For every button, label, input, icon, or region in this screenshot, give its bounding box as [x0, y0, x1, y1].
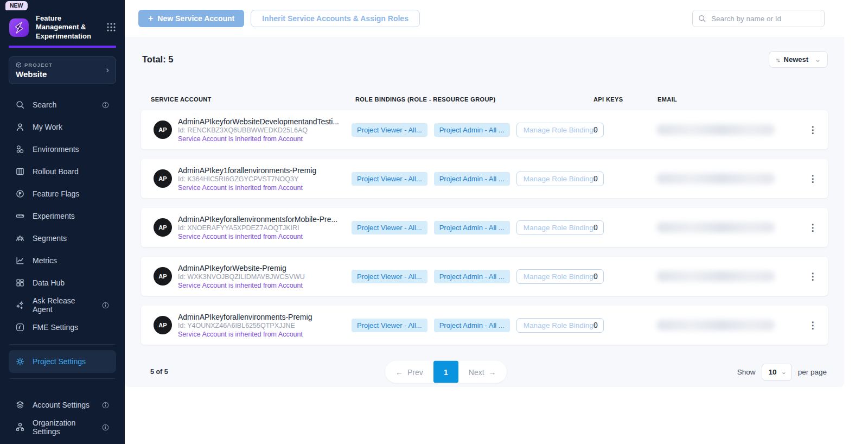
- sidebar-item-project-settings[interactable]: Project Settings: [9, 350, 116, 373]
- sidebar-item-account-settings[interactable]: Account Settings: [9, 394, 116, 416]
- manage-role-bindings-button[interactable]: Manage Role Bindings: [516, 220, 604, 235]
- api-keys-count: 0: [593, 174, 656, 183]
- manage-role-bindings-button[interactable]: Manage Role Bindings: [516, 318, 604, 333]
- table-row: AP AdminAPIkeyforWebsiteDevelopmentandTe…: [141, 110, 828, 149]
- sidebar-item-experiments[interactable]: Experiments: [9, 205, 116, 227]
- next-label: Next: [469, 367, 484, 376]
- manage-role-bindings-button[interactable]: Manage Role Bindings: [516, 172, 604, 186]
- cube-icon: [16, 62, 22, 68]
- next-page-button[interactable]: Next →: [458, 361, 507, 383]
- layers-gear-icon: [15, 400, 25, 410]
- kebab-menu-icon[interactable]: ⋮: [797, 271, 828, 282]
- info-icon[interactable]: [101, 423, 110, 432]
- service-account-id: Id: XNOERAFYYA5XPDEZ7AOQTJKIRI: [178, 224, 337, 232]
- email-redacted: [656, 124, 775, 135]
- kebab-menu-icon[interactable]: ⋮: [797, 173, 828, 185]
- sidebar-item-label: My Work: [33, 123, 62, 131]
- person-icon: [15, 122, 25, 132]
- sidebar-item-feature-flags[interactable]: Feature Flags: [9, 183, 116, 205]
- inherit-service-accounts-button[interactable]: Inherit Service Accounts & Assign Roles: [251, 10, 420, 27]
- sidebar-item-label: Ask Release Agent: [33, 296, 94, 314]
- page-size-value: 10: [769, 368, 777, 376]
- kebab-menu-icon[interactable]: ⋮: [797, 124, 828, 136]
- sort-dropdown[interactable]: ↑↓ Newest ⌄: [769, 51, 828, 68]
- kebab-menu-icon[interactable]: ⋮: [797, 222, 828, 233]
- project-selector[interactable]: PROJECT Website ›: [9, 56, 116, 84]
- column-header-email: EMAIL: [656, 96, 828, 103]
- inherited-note: Service Account is inherited from Accoun…: [178, 233, 337, 240]
- sidebar-item-environments[interactable]: Environments: [9, 138, 116, 161]
- ruler-icon: [15, 211, 25, 221]
- info-icon[interactable]: [101, 301, 110, 309]
- sidebar-item-metrics[interactable]: Metrics: [9, 250, 116, 272]
- page-size-control: Show 10 ⌄ per page: [737, 364, 828, 380]
- sidebar-item-fme-settings[interactable]: FME Settings: [9, 316, 116, 339]
- total-count: Total: 5: [141, 54, 173, 65]
- main-content: + New Service Account Inherit Service Ac…: [125, 0, 868, 444]
- prev-label: Prev: [407, 367, 423, 376]
- search-icon: [698, 14, 706, 23]
- line-chart-icon: [15, 256, 25, 265]
- api-keys-count: 0: [593, 321, 656, 329]
- current-page-button[interactable]: 1: [433, 361, 458, 383]
- role-badge: Project Admin - All ...: [434, 221, 510, 234]
- sidebar-item-search[interactable]: Search: [9, 94, 116, 116]
- sidebar-item-label: Data Hub: [33, 278, 65, 287]
- table-body: AP AdminAPIkeyforWebsiteDevelopmentandTe…: [141, 110, 828, 345]
- manage-role-bindings-button[interactable]: Manage Role Bindings: [516, 123, 604, 137]
- search-icon: [15, 100, 25, 110]
- pagination-bar: 5 of 5 ← Prev 1 Next → Show 10 ⌄ per pag…: [141, 354, 828, 389]
- sidebar-item-label: Experiments: [33, 212, 75, 220]
- sidebar-item-label: Search: [33, 100, 56, 109]
- role-badge: Project Viewer - All...: [352, 319, 427, 332]
- email-redacted: [656, 222, 775, 233]
- role-badge: Project Viewer - All...: [352, 123, 427, 137]
- search-box: [692, 10, 825, 27]
- sidebar-item-label: Environments: [33, 145, 79, 154]
- info-icon[interactable]: [101, 401, 110, 409]
- inherited-note: Service Account is inherited from Accoun…: [178, 184, 316, 192]
- search-input[interactable]: [692, 10, 825, 27]
- sidebar-item-my-work[interactable]: My Work: [9, 116, 116, 138]
- new-service-account-label: New Service Account: [157, 14, 234, 23]
- table-row: AP AdminAPIkey1forallenvironments-Premig…: [141, 159, 828, 198]
- sparkles-icon: [15, 300, 25, 310]
- pager: ← Prev 1 Next →: [385, 361, 507, 383]
- table-row: AP AdminAPIkeyforWebsite-Premig Id: WXK3…: [141, 257, 828, 296]
- brand-header: NEW Feature Management & Experimentation: [9, 0, 116, 48]
- sidebar-item-ask-release-agent[interactable]: Ask Release Agent: [9, 294, 116, 316]
- kebab-menu-icon[interactable]: ⋮: [797, 320, 828, 331]
- service-account-name: AdminAPIkey1forallenvironments-Premig: [178, 166, 316, 175]
- table-row: AP AdminAPIkeyforallenvironmentsforMobil…: [141, 208, 828, 247]
- role-badge: Project Admin - All ...: [434, 123, 510, 137]
- arrow-right-icon: →: [489, 367, 496, 376]
- sidebar-item-organization-settings[interactable]: Organization Settings: [9, 416, 116, 439]
- project-label: PROJECT: [24, 62, 53, 68]
- apps-grid-icon[interactable]: [106, 22, 116, 32]
- role-badge: Project Admin - All ...: [434, 270, 510, 283]
- table-row: AP AdminAPIkeyforallenvironments-Premig …: [141, 306, 828, 345]
- email-redacted: [656, 173, 775, 184]
- sidebar-item-segments[interactable]: Segments: [9, 227, 116, 250]
- org-chart-icon: [15, 422, 25, 432]
- fme-logo-icon: [15, 322, 25, 332]
- manage-role-bindings-button[interactable]: Manage Role Bindings: [516, 269, 604, 284]
- people-group-icon: [15, 233, 25, 243]
- column-header-service-account: SERVICE ACCOUNT: [141, 96, 352, 103]
- api-keys-count: 0: [593, 272, 656, 281]
- page-size-dropdown[interactable]: 10 ⌄: [762, 364, 792, 380]
- new-badge: NEW: [5, 1, 28, 10]
- sidebar-item-label: Organization Settings: [33, 418, 94, 436]
- project-name: Website: [16, 69, 106, 79]
- sidebar-item-label: Feature Flags: [33, 189, 79, 198]
- avatar: AP: [154, 169, 172, 188]
- role-badge: Project Viewer - All...: [352, 172, 427, 186]
- sidebar-item-data-hub[interactable]: Data Hub: [9, 272, 116, 294]
- sort-label: Newest: [784, 55, 809, 64]
- chevron-down-icon: ⌄: [781, 368, 787, 376]
- prev-page-button[interactable]: ← Prev: [385, 361, 433, 383]
- per-page-label: per page: [798, 368, 827, 376]
- info-icon[interactable]: [101, 101, 110, 109]
- new-service-account-button[interactable]: + New Service Account: [138, 10, 244, 27]
- sidebar-item-rollout-board[interactable]: Rollout Board: [9, 161, 116, 183]
